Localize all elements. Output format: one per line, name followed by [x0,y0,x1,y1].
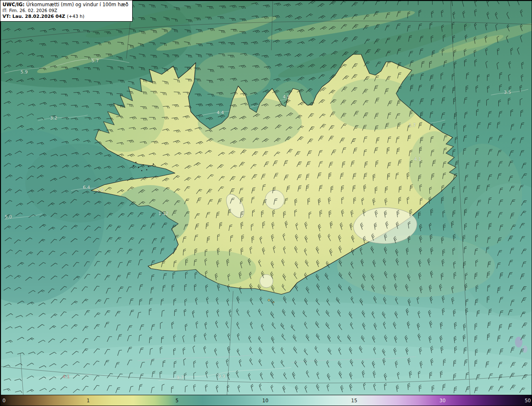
colorbar-tick-label: 10 [262,398,268,404]
colorbar-tick-label: 5 [175,398,178,404]
product-title: Úrkomumætti (mm) og vindur í 100m hæð [26,2,128,7]
init-value: Fim. 26. 02. 2026 09Z [9,8,57,13]
title-box: UWC/IG:Úrkomumætti (mm) og vindur í 100m… [0,0,133,22]
init-label: IT: [2,8,7,13]
product-title-line: UWC/IG:Úrkomumætti (mm) og vindur í 100m… [2,2,128,8]
map-canvas: 5.95.73.24.44.53.51.74.16.42.95.01.124.1… [0,0,532,396]
colorbar-tick-label: 15 [351,398,357,404]
model-label: UWC/IG: [2,2,25,7]
valid-time-line: VT:Lau. 28.02.2026 04Z(+43 h) [2,14,128,20]
valid-label: VT: [2,14,11,19]
colorbar-tick-label: 30 [439,398,446,404]
iceland-precipitation-wind-map [0,0,532,396]
colorbar: 01510153050 [0,395,532,406]
valid-value: Lau. 28.02.2026 04Z [12,14,65,19]
valid-offset: (+43 h) [67,14,84,19]
colorbar-tick-labels: 01510153050 [0,395,532,406]
colorbar-tick-label: 1 [87,398,90,404]
colorbar-tick-label: 0 [2,398,5,404]
weather-map-window: 5.95.73.24.44.53.51.74.16.42.95.01.124.1… [0,0,532,406]
init-time-line: IT:Fim. 26. 02. 2026 09Z [2,8,128,14]
colorbar-tick-label: 50 [525,398,531,404]
